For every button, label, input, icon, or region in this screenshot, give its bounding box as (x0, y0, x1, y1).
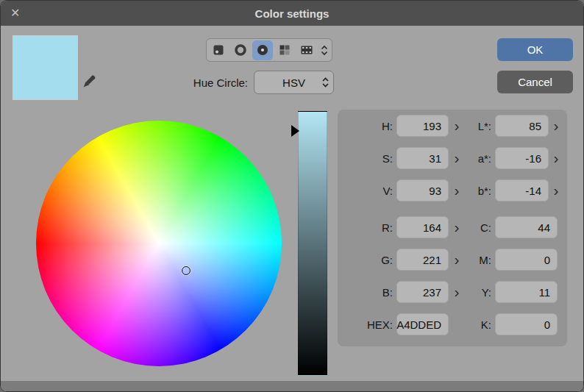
window-bottom-edge (1, 381, 583, 391)
color-settings-dialog: ✕ Color settings (0, 0, 584, 392)
field-c[interactable]: 44 (495, 216, 558, 238)
field-row: H: 193 › L*: 85 › (338, 115, 567, 137)
field-m[interactable]: 0 (495, 249, 558, 271)
field-row: S: 31 › a*: -16 › (338, 147, 567, 169)
field-label-r: R: (343, 221, 393, 234)
field-h[interactable]: 193 (396, 115, 449, 137)
expand-chevron-icon[interactable]: › (449, 282, 465, 302)
hue-circle-dropdown-value: HSV (282, 76, 305, 89)
title-bar: ✕ Color settings (1, 1, 583, 26)
field-v[interactable]: 93 (396, 179, 449, 202)
value-slider[interactable] (298, 111, 327, 376)
field-label-astar: a*: (465, 152, 491, 165)
field-label-bstar: b*: (465, 185, 491, 197)
field-s[interactable]: 31 (396, 147, 449, 169)
field-g[interactable]: 221 (396, 249, 449, 271)
dialog-title: Color settings (255, 7, 330, 20)
expand-chevron-icon[interactable]: › (549, 148, 563, 168)
expand-chevron-icon[interactable]: › (449, 249, 465, 270)
close-icon[interactable]: ✕ (10, 7, 20, 19)
hue-circle-label: Hue Circle: (160, 76, 248, 89)
field-label-b: B: (343, 286, 393, 299)
ok-button[interactable]: OK (497, 38, 573, 61)
expand-chevron-icon[interactable]: › (549, 180, 563, 201)
expand-chevron-icon[interactable]: › (449, 148, 465, 168)
hue-circle-button[interactable] (252, 40, 273, 60)
color-mode-toolbar (206, 38, 332, 62)
expand-chevron-icon[interactable]: › (449, 217, 465, 238)
field-label-k: K: (465, 318, 491, 331)
field-label-c: C: (465, 221, 491, 234)
color-strip-button[interactable] (296, 40, 317, 60)
color-ring-button[interactable] (230, 40, 251, 60)
expand-chevron-icon[interactable]: › (549, 115, 563, 136)
expand-chevron-icon[interactable]: › (449, 115, 465, 136)
field-k[interactable]: 0 (495, 313, 558, 335)
field-label-h: H: (343, 120, 393, 132)
cancel-button[interactable]: Cancel (497, 71, 573, 93)
field-row: HEX: A4DDED › K: 0 (338, 313, 567, 335)
chevron-up-icon (321, 45, 328, 50)
chevron-down-icon (321, 51, 328, 56)
value-slider-marker[interactable] (291, 125, 299, 137)
field-lstar[interactable]: 85 (495, 115, 549, 137)
field-row: G: 221 › M: 0 (338, 249, 567, 271)
field-bstar[interactable]: -14 (495, 179, 549, 202)
color-wheel-cursor[interactable] (182, 266, 190, 275)
field-label-y: Y: (465, 286, 491, 299)
field-row: V: 93 › b*: -14 › (338, 179, 567, 202)
field-hex[interactable]: A4DDED (396, 313, 449, 335)
field-label-lstar: L*: (465, 120, 491, 132)
toolbar-stepper[interactable] (318, 40, 330, 60)
color-wheel[interactable] (36, 121, 282, 366)
field-y[interactable]: 11 (495, 281, 558, 303)
field-row: R: 164 › C: 44 (338, 216, 567, 238)
hue-circle-dropdown[interactable]: HSV (254, 71, 334, 94)
field-b[interactable]: 237 (396, 281, 449, 303)
eyedropper-icon[interactable] (79, 73, 98, 92)
field-astar[interactable]: -16 (495, 147, 549, 169)
color-square-button[interactable] (208, 40, 229, 60)
color-blend-button[interactable] (274, 40, 295, 60)
field-label-hex: HEX: (343, 318, 393, 331)
expand-chevron-icon[interactable]: › (449, 180, 465, 201)
field-label-s: S: (343, 152, 393, 165)
dropdown-chevrons-icon (321, 76, 330, 89)
field-label-m: M: (465, 254, 491, 266)
field-r[interactable]: 164 (396, 216, 449, 238)
current-color-swatch (13, 35, 78, 100)
field-label-v: V: (343, 185, 393, 197)
field-row: B: 237 › Y: 11 (338, 281, 567, 303)
field-label-g: G: (343, 254, 393, 266)
value-fields-panel: H: 193 › L*: 85 › S: 31 › a*: -16 › V: 9… (338, 110, 567, 346)
